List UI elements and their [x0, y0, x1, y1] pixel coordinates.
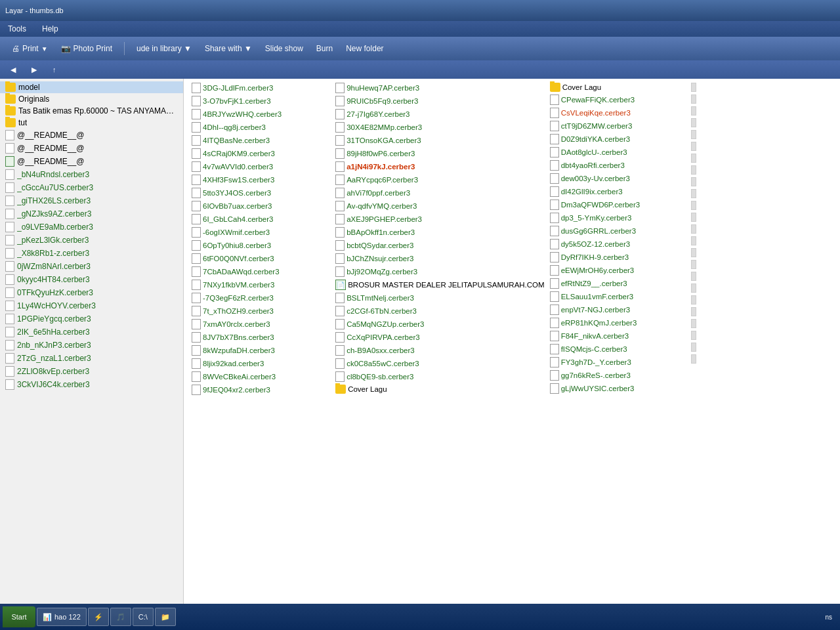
file-entry[interactable]: CsVLeqiKqe.cerber3	[547, 106, 691, 119]
file-entry[interactable]: fISQMcjs-C.cerber3	[547, 343, 691, 356]
file-entry[interactable]: bJChZNsujr.cerber3	[333, 252, 547, 265]
left-panel-item[interactable]: @__README__@	[0, 142, 183, 155]
file-entry[interactable]: dusGg6GRRL.cerber3	[547, 224, 691, 238]
burn-button[interactable]: Burn	[312, 43, 337, 54]
file-entry[interactable]: a1jN4i97kJ.cerber3	[333, 160, 547, 173]
left-panel-item[interactable]: 0jWZm8NArl.cerber3	[0, 260, 183, 273]
left-panel-item[interactable]: 2nb_nKJnP3.cerber3	[0, 339, 183, 352]
file-entry[interactable]: ctT9jD6ZMW.cerber3	[547, 119, 691, 133]
file-entry[interactable]: 7xmAY0rclx.cerber3	[189, 318, 333, 331]
file-entry[interactable]: 📄BROSUR MASTER DEALER JELITAPULSAMURAH.C…	[333, 278, 547, 291]
file-entry[interactable]: cl8bQE9-sb.cerber3	[333, 370, 547, 383]
nav-forward-button[interactable]: ▶	[26, 64, 42, 75]
left-panel-item[interactable]: Originals	[0, 93, 183, 105]
file-entry[interactable]: CPewaFFiQK.cerber3	[547, 93, 691, 106]
left-panel-item[interactable]: 2IK_6e5hHa.cerber3	[0, 326, 183, 339]
left-panel-item[interactable]: @__README__@	[0, 155, 183, 168]
left-panel-item[interactable]: Tas Batik emas Rp.60000 ~ TAS ANYAMAN JO…	[0, 105, 183, 117]
file-entry[interactable]: ck0C8a55wC.cerber3	[333, 357, 547, 370]
file-entry[interactable]: Av-qdfvYMQ.cerber3	[333, 200, 547, 213]
share-with-button[interactable]: Share with ▼	[201, 43, 256, 54]
taskbar-item-hao[interactable]: 📊 hao 122	[37, 608, 87, 626]
menu-tools[interactable]: Tools	[5, 23, 29, 35]
left-panel-item[interactable]: 2TzG_nzaL1.cerber3	[0, 352, 183, 365]
file-entry[interactable]: ahVi7f0ppf.cerber3	[333, 186, 547, 200]
file-entry[interactable]: CcXqPIRVPA.cerber3	[333, 331, 547, 344]
file-entry[interactable]: bcbtQSydar.cerber3	[333, 239, 547, 252]
file-entry[interactable]: dew003y-Uv.cerber3	[547, 172, 691, 185]
file-entry[interactable]: 8kWzpufaDH.cerber3	[189, 344, 333, 357]
file-entry[interactable]: 6tFO0Q0NVf.cerber3	[189, 252, 333, 265]
file-entry[interactable]: dy5k5OZ-12.cerber3	[547, 238, 691, 251]
file-entry[interactable]: 4v7wAVVId0.cerber3	[189, 160, 333, 173]
file-entry[interactable]: dI42GlI9ix.cerber3	[547, 185, 691, 198]
file-entry[interactable]: enpVt7-NGJ.cerber3	[547, 303, 691, 316]
left-panel-item[interactable]: model	[0, 81, 183, 93]
file-entry[interactable]: 3-O7bvFjK1.cerber3	[189, 94, 333, 108]
file-entry[interactable]: 4XHf3Fsw1S.cerber3	[189, 173, 333, 186]
left-panel-item[interactable]: tut	[0, 117, 183, 129]
file-entry[interactable]: DAot8glcU-.cerber3	[547, 146, 691, 159]
new-folder-button[interactable]: New folder	[342, 43, 387, 54]
left-panel-item[interactable]: _X8k8Rb1-z.cerber3	[0, 247, 183, 260]
photo-print-button[interactable]: 📷 Photo Print	[57, 43, 116, 54]
file-entry[interactable]: Dm3aQFWD6P.cerber3	[547, 198, 691, 211]
file-entry[interactable]: 27-j7Ig68Y.cerber3	[333, 108, 547, 121]
file-entry[interactable]: -7Q3egF6zR.cerber3	[189, 291, 333, 304]
file-entry[interactable]: 89jH8f0wP6.cerber3	[333, 147, 547, 160]
file-entry[interactable]: aXEJ9PGHEP.cerber3	[333, 213, 547, 226]
file-entry[interactable]: 9RUICb5Fq9.cerber3	[333, 94, 547, 108]
file-entry[interactable]: FY3gh7D-_Y.cerber3	[547, 356, 691, 369]
file-entry[interactable]: 8JV7bX7Bns.cerber3	[189, 331, 333, 344]
start-button[interactable]: Start	[3, 606, 35, 627]
file-entry[interactable]: 5tto3YJ4OS.cerber3	[189, 186, 333, 200]
file-entry[interactable]: ch-B9A0sxx.cerber3	[333, 344, 547, 357]
file-entry[interactable]: ELSauu1vmF.cerber3	[547, 290, 691, 303]
left-panel-item[interactable]: _giTHX26LS.cerber3	[0, 194, 183, 207]
file-entry[interactable]: eEWjMrOH6y.cerber3	[547, 264, 691, 277]
left-panel-item[interactable]: _bN4uRndsl.cerber3	[0, 168, 183, 181]
file-entry[interactable]: 7NXy1fkbVM.cerber3	[189, 278, 333, 291]
taskbar-item-folder[interactable]: 📁	[155, 608, 176, 626]
nav-up-button[interactable]: ↑	[47, 64, 62, 75]
menu-help[interactable]: Help	[39, 23, 61, 35]
left-panel-item[interactable]: _pKezL3lGk.cerber3	[0, 234, 183, 247]
file-entry[interactable]: bBApOkff1n.cerber3	[333, 226, 547, 239]
taskbar-item-music[interactable]: 🎵	[110, 608, 131, 626]
left-panel-item[interactable]: 3CkVIJ6C4k.cerber3	[0, 378, 183, 391]
file-entry[interactable]: BSLTmtNelj.cerber3	[333, 291, 547, 304]
file-entry[interactable]: -6ogIXWmif.cerber3	[189, 226, 333, 239]
file-entry[interactable]: 4ITQBasNe.cerber3	[189, 134, 333, 147]
nav-back-button[interactable]: ◀	[5, 64, 21, 75]
left-panel-item[interactable]: 0kyyc4HT84.cerber3	[0, 273, 183, 286]
file-entry[interactable]: Cover Lagu	[547, 81, 691, 93]
file-entry[interactable]: gg7n6kReS-.cerber3	[547, 369, 691, 382]
file-entry[interactable]: 4DhI--qg8j.cerber3	[189, 121, 333, 134]
file-entry[interactable]: Cover Lagu	[333, 383, 547, 395]
file-entry[interactable]: F84F_nikvA.cerber3	[547, 329, 691, 343]
file-entry[interactable]: dp3_5-YmKy.cerber3	[547, 211, 691, 224]
file-entry[interactable]: c2CGf-6TbN.cerber3	[333, 304, 547, 318]
left-panel-item[interactable]: _o9LVE9aMb.cerber3	[0, 220, 183, 234]
taskbar-item-cmd[interactable]: C:\	[133, 608, 154, 626]
left-panel-item[interactable]: @__README__@	[0, 129, 183, 142]
file-entry[interactable]: Ca5MqNGZUp.cerber3	[333, 318, 547, 331]
file-entry[interactable]: 8WVeCBkeAi.cerber3	[189, 370, 333, 383]
left-panel-item[interactable]: _gNZJks9AZ.cerber3	[0, 207, 183, 220]
file-entry[interactable]: 4BRJYwzWHQ.cerber3	[189, 108, 333, 121]
file-entry[interactable]: 4sCRaj0KM9.cerber3	[189, 147, 333, 160]
file-entry[interactable]: 6I_GbLCah4.cerber3	[189, 213, 333, 226]
left-panel-item[interactable]: 1PGPieYgcq.cerber3	[0, 312, 183, 326]
slide-show-button[interactable]: Slide show	[261, 43, 307, 54]
file-entry[interactable]: eRP81hKQmJ.cerber3	[547, 316, 691, 329]
file-entry[interactable]: gLjWwUYSIC.cerber3	[547, 382, 691, 395]
file-entry[interactable]: 6IOvBb7uax.cerber3	[189, 200, 333, 213]
file-entry[interactable]: 6OpTy0hiu8.cerber3	[189, 239, 333, 252]
file-entry[interactable]: bJj92OMqZg.cerber3	[333, 265, 547, 278]
left-panel-item[interactable]: 2ZLlO8kvEp.cerber3	[0, 365, 183, 378]
left-panel-item[interactable]: 0TFkQyuHzK.cerber3	[0, 286, 183, 299]
file-entry[interactable]: D0Z9tdiYKA.cerber3	[547, 133, 691, 146]
file-entry[interactable]: DyRf7IKH-9.cerber3	[547, 251, 691, 264]
file-entry[interactable]: efRtNtZ9__.cerber3	[547, 277, 691, 290]
include-library-button[interactable]: ude in library ▼	[133, 43, 196, 54]
